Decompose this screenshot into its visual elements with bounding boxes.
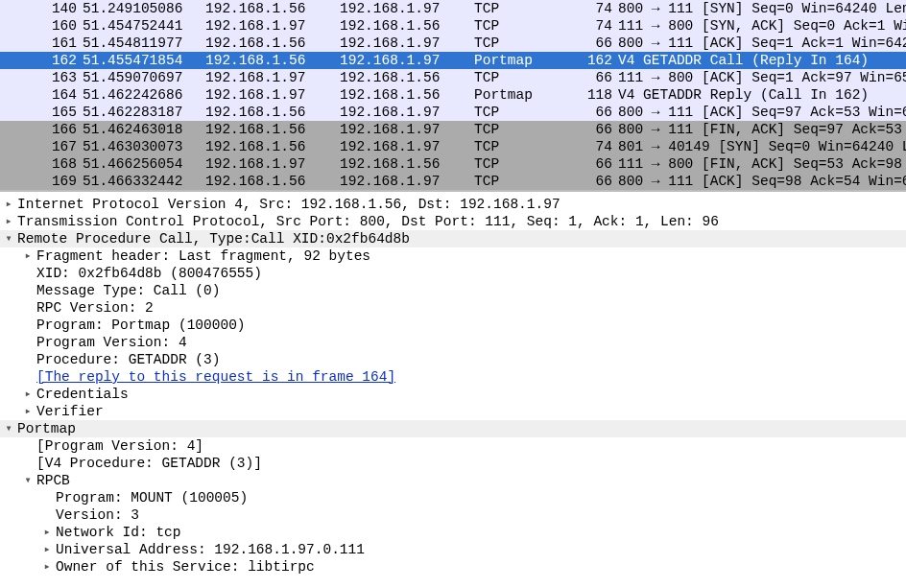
no-arrow-icon (19, 282, 36, 299)
tree-text: Program: Portmap (100000) (36, 317, 246, 334)
tree-line[interactable]: ▸Internet Protocol Version 4, Src: 192.1… (0, 196, 906, 213)
packet-info: 111 → 800 [FIN, ACK] Seq=53 Ack=98 (612, 155, 906, 173)
tree-line[interactable]: ▸Universal Address: 192.168.1.97.0.111 (0, 541, 906, 558)
expand-down-icon[interactable]: ▾ (19, 472, 36, 489)
packet-no: 163 (0, 69, 83, 86)
tree-line[interactable]: [Program Version: 4] (0, 437, 906, 455)
packet-destination: 192.168.1.97 (340, 121, 474, 138)
packet-protocol: TCP (474, 104, 566, 121)
no-arrow-icon (19, 334, 36, 351)
tree-line[interactable]: [The reply to this request is in frame 1… (0, 368, 906, 386)
tree-line[interactable]: Version: 3 (0, 506, 906, 524)
packet-time: 51.455471854 (83, 52, 198, 69)
tree-line[interactable]: ▸Owner of this Service: libtirpc (0, 558, 906, 576)
tree-line[interactable]: Program Version: 4 (0, 334, 906, 351)
expand-right-icon[interactable]: ▸ (0, 213, 17, 230)
packet-protocol: TCP (474, 0, 566, 17)
packet-info: 801 → 40149 [SYN] Seq=0 Win=64240 L (612, 138, 906, 155)
packet-time: 51.466332442 (83, 173, 198, 190)
tree-line[interactable]: ▸Verifier (0, 403, 906, 420)
packet-length: 74 (566, 17, 612, 35)
tree-line[interactable]: [V4 Procedure: GETADDR (3)] (0, 455, 906, 472)
tree-line[interactable]: RPC Version: 2 (0, 299, 906, 317)
packet-time: 51.249105086 (83, 0, 198, 17)
packet-row[interactable]: 16151.454811977192.168.1.56192.168.1.97T… (0, 35, 906, 52)
expand-right-icon[interactable]: ▸ (0, 196, 17, 213)
no-arrow-icon (19, 299, 36, 317)
packet-row[interactable]: 16851.466256054192.168.1.97192.168.1.56T… (0, 155, 906, 173)
packet-length: 74 (566, 0, 612, 17)
packet-info: V4 GETADDR Call (Reply In 164) (612, 52, 906, 69)
packet-row[interactable]: 16951.466332442192.168.1.56192.168.1.97T… (0, 173, 906, 190)
packet-source: 192.168.1.56 (198, 35, 340, 52)
packet-time: 51.462242686 (83, 86, 198, 104)
packet-source: 192.168.1.97 (198, 69, 340, 86)
packet-length: 66 (566, 173, 612, 190)
tree-text: Program Version: 4 (36, 334, 187, 351)
packet-protocol: TCP (474, 121, 566, 138)
tree-line[interactable]: ▾Portmap (0, 420, 906, 437)
expand-right-icon[interactable]: ▸ (19, 403, 36, 420)
packet-row[interactable]: 16551.462283187192.168.1.56192.168.1.97T… (0, 104, 906, 121)
tree-link[interactable]: [The reply to this request is in frame 1… (36, 368, 395, 386)
tree-text: Owner of this Service: libtirpc (56, 558, 315, 576)
expand-right-icon[interactable]: ▸ (19, 386, 36, 403)
packet-time: 51.454752441 (83, 17, 198, 35)
packet-row[interactable]: 16251.455471854192.168.1.56192.168.1.97P… (0, 52, 906, 69)
tree-text: Verifier (36, 403, 104, 420)
tree-line[interactable]: ▸Network Id: tcp (0, 524, 906, 541)
packet-time: 51.454811977 (83, 35, 198, 52)
packet-row[interactable]: 16351.459070697192.168.1.97192.168.1.56T… (0, 69, 906, 86)
expand-right-icon[interactable]: ▸ (38, 558, 56, 576)
packet-time: 51.463030073 (83, 138, 198, 155)
packet-destination: 192.168.1.97 (340, 173, 474, 190)
packet-protocol: Portmap (474, 52, 566, 69)
tree-line[interactable]: Program: MOUNT (100005) (0, 489, 906, 506)
packet-length: 66 (566, 35, 612, 52)
packet-info: 800 → 111 [ACK] Seq=1 Ack=1 Win=642 (612, 35, 906, 52)
tree-text: Credentials (36, 386, 129, 403)
packet-row[interactable]: 16651.462463018192.168.1.56192.168.1.97T… (0, 121, 906, 138)
packet-protocol: Portmap (474, 86, 566, 104)
packet-row[interactable]: 14051.249105086192.168.1.56192.168.1.97T… (0, 0, 906, 17)
packet-time: 51.459070697 (83, 69, 198, 86)
packet-list[interactable]: 14051.249105086192.168.1.56192.168.1.97T… (0, 0, 906, 192)
packet-source: 192.168.1.56 (198, 104, 340, 121)
tree-line[interactable]: Program: Portmap (100000) (0, 317, 906, 334)
no-arrow-icon (19, 265, 36, 282)
no-arrow-icon (19, 351, 36, 368)
expand-right-icon[interactable]: ▸ (38, 524, 56, 541)
expand-down-icon[interactable]: ▾ (0, 230, 17, 247)
packet-info: 111 → 800 [SYN, ACK] Seq=0 Ack=1 Wi (612, 17, 906, 35)
no-arrow-icon (38, 506, 56, 524)
tree-line[interactable]: ▸Fragment header: Last fragment, 92 byte… (0, 247, 906, 265)
packet-row[interactable]: 16051.454752441192.168.1.97192.168.1.56T… (0, 17, 906, 35)
packet-source: 192.168.1.97 (198, 86, 340, 104)
packet-info: 800 → 111 [ACK] Seq=97 Ack=53 Win=6 (612, 104, 906, 121)
expand-down-icon[interactable]: ▾ (0, 420, 17, 437)
packet-row[interactable]: 16751.463030073192.168.1.56192.168.1.97T… (0, 138, 906, 155)
expand-right-icon[interactable]: ▸ (19, 247, 36, 265)
packet-info: V4 GETADDR Reply (Call In 162) (612, 86, 906, 104)
packet-source: 192.168.1.56 (198, 173, 340, 190)
tree-line[interactable]: ▾Remote Procedure Call, Type:Call XID:0x… (0, 230, 906, 247)
tree-line[interactable]: ▾RPCB (0, 472, 906, 489)
packet-info: 800 → 111 [FIN, ACK] Seq=97 Ack=53 (612, 121, 906, 138)
packet-source: 192.168.1.56 (198, 121, 340, 138)
packet-destination: 192.168.1.97 (340, 35, 474, 52)
tree-text: Network Id: tcp (56, 524, 181, 541)
tree-line[interactable]: ▸Transmission Control Protocol, Src Port… (0, 213, 906, 230)
packet-destination: 192.168.1.97 (340, 104, 474, 121)
details-pane[interactable]: ▸Internet Protocol Version 4, Src: 192.1… (0, 192, 906, 576)
tree-line[interactable]: XID: 0x2fb64d8b (800476555) (0, 265, 906, 282)
tree-line[interactable]: ▸Credentials (0, 386, 906, 403)
expand-right-icon[interactable]: ▸ (38, 541, 56, 558)
packet-length: 162 (566, 52, 612, 69)
packet-protocol: TCP (474, 173, 566, 190)
tree-text: [Program Version: 4] (36, 437, 203, 455)
tree-line[interactable]: Procedure: GETADDR (3) (0, 351, 906, 368)
tree-line[interactable]: Message Type: Call (0) (0, 282, 906, 299)
packet-no: 161 (0, 35, 83, 52)
packet-row[interactable]: 16451.462242686192.168.1.97192.168.1.56P… (0, 86, 906, 104)
packet-protocol: TCP (474, 155, 566, 173)
